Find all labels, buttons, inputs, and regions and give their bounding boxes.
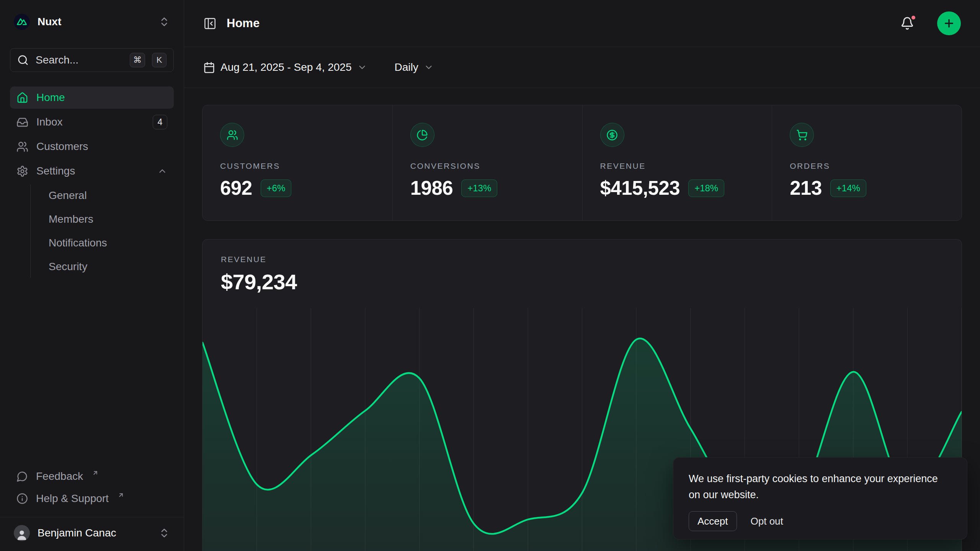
kbd-k: K: [152, 53, 167, 67]
calendar-icon: [203, 62, 215, 73]
home-icon: [16, 92, 28, 104]
cookie-message: We use first-party cookies to enhance yo…: [689, 471, 952, 503]
stat-customers[interactable]: CUSTOMERS 692 +6%: [203, 105, 392, 220]
revenue-chart-total: $79,234: [221, 269, 943, 294]
date-range-picker[interactable]: Aug 21, 2025 - Sep 4, 2025: [203, 61, 367, 73]
stat-revenue[interactable]: REVENUE $415,523 +18%: [582, 105, 772, 220]
stat-value: $415,523: [600, 177, 680, 199]
revenue-chart-header: REVENUE $79,234: [203, 240, 962, 294]
shopping-cart-icon: [790, 123, 814, 147]
app-root: Nuxt Search... ⌘ K Home Inbox 4 Customer…: [0, 0, 980, 551]
subnav-label: Notifications: [49, 237, 167, 249]
stat-delta-badge: +14%: [830, 179, 866, 197]
sidebar-item-label: Inbox: [36, 116, 145, 128]
subnav-label: Security: [49, 261, 167, 273]
nuxt-logo: [14, 14, 30, 30]
page-title: Home: [227, 16, 260, 30]
person-silhouette-icon: [15, 528, 28, 541]
stat-value: 692: [220, 177, 252, 199]
users-icon: [16, 141, 28, 153]
pie-chart-icon: [410, 123, 434, 147]
gear-icon: [16, 165, 28, 177]
stat-conversions[interactable]: CONVERSIONS 1986 +13%: [392, 105, 582, 220]
external-link-icon: [118, 492, 124, 499]
inbox-count-badge: 4: [153, 115, 167, 129]
help-support-link[interactable]: Help & Support: [10, 488, 174, 509]
filters-toolbar: Aug 21, 2025 - Sep 4, 2025 Daily: [184, 47, 980, 88]
chevrons-up-down-icon: [158, 527, 170, 539]
kbd-cmd: ⌘: [130, 53, 145, 67]
stat-delta-badge: +18%: [688, 179, 724, 197]
stat-label: CONVERSIONS: [410, 161, 565, 171]
sidebar-item-notifications[interactable]: Notifications: [31, 232, 174, 254]
settings-subnav: General Members Notifications Security: [30, 184, 174, 278]
stat-label: REVENUE: [600, 161, 755, 171]
chevron-down-icon: [424, 62, 434, 72]
stat-label: ORDERS: [790, 161, 944, 171]
panel-left-close-icon[interactable]: [203, 17, 217, 30]
user-menu[interactable]: Benjamin Canac: [10, 517, 174, 543]
subnav-label: Members: [49, 213, 167, 225]
users-icon: [220, 123, 244, 147]
sidebar-item-label: Customers: [36, 140, 167, 153]
granularity-value: Daily: [395, 61, 418, 73]
team-name: Nuxt: [38, 16, 151, 28]
help-support-label: Help & Support: [36, 492, 109, 505]
external-link-icon: [92, 469, 99, 476]
sidebar-item-members[interactable]: Members: [31, 208, 174, 230]
main-area: Home Aug 21, 2025 - Sep 4, 2025 Daily: [184, 0, 980, 551]
sidebar-item-label: Home: [36, 91, 167, 104]
sidebar-item-label: Settings: [36, 165, 149, 177]
feedback-link[interactable]: Feedback: [10, 466, 174, 487]
revenue-chart-label: REVENUE: [221, 255, 943, 264]
accept-cookies-button[interactable]: Accept: [689, 511, 737, 531]
plus-icon: [943, 17, 955, 29]
sidebar-item-customers[interactable]: Customers: [10, 135, 174, 158]
message-circle-icon: [16, 471, 28, 482]
sidebar-item-settings[interactable]: Settings: [10, 160, 174, 182]
feedback-label: Feedback: [36, 470, 83, 483]
search-input[interactable]: Search... ⌘ K: [10, 48, 174, 72]
sidebar-item-general[interactable]: General: [31, 184, 174, 207]
sidebar-item-security[interactable]: Security: [31, 256, 174, 278]
stat-delta-badge: +6%: [261, 179, 292, 197]
team-switcher[interactable]: Nuxt: [10, 11, 174, 33]
stat-value: 213: [790, 177, 822, 199]
search-placeholder: Search...: [36, 54, 123, 66]
cookie-consent-toast: We use first-party cookies to enhance yo…: [673, 457, 967, 540]
subnav-label: General: [49, 189, 167, 202]
stat-label: CUSTOMERS: [220, 161, 375, 171]
page-header: Home: [184, 0, 980, 47]
date-range-value: Aug 21, 2025 - Sep 4, 2025: [220, 61, 352, 73]
chevrons-up-down-icon: [158, 16, 170, 28]
stats-card: CUSTOMERS 692 +6% CONVERSIONS 1986 +13%: [202, 105, 962, 221]
chevron-up-icon: [157, 166, 167, 176]
search-icon: [17, 54, 29, 66]
stat-orders[interactable]: ORDERS 213 +14%: [772, 105, 962, 220]
chevron-down-icon: [357, 62, 367, 72]
circle-dollar-icon: [600, 123, 624, 147]
sidebar-item-home[interactable]: Home: [10, 86, 174, 109]
stat-value: 1986: [410, 177, 453, 199]
notification-dot: [910, 14, 917, 21]
notifications-button[interactable]: [900, 16, 914, 30]
add-button[interactable]: [937, 11, 961, 35]
optout-cookies-button[interactable]: Opt out: [751, 515, 783, 527]
sidebar: Nuxt Search... ⌘ K Home Inbox 4 Customer…: [0, 0, 184, 551]
inbox-icon: [16, 116, 28, 128]
sidebar-nav: Home Inbox 4 Customers Settings General …: [10, 86, 174, 279]
avatar: [14, 525, 30, 541]
info-circle-icon: [16, 493, 28, 504]
granularity-select[interactable]: Daily: [395, 61, 434, 73]
sidebar-item-inbox[interactable]: Inbox 4: [10, 111, 174, 133]
user-name: Benjamin Canac: [38, 527, 151, 539]
sidebar-footer: Feedback Help & Support: [10, 466, 174, 510]
nuxt-logo-icon: [17, 18, 27, 25]
stat-delta-badge: +13%: [461, 179, 497, 197]
